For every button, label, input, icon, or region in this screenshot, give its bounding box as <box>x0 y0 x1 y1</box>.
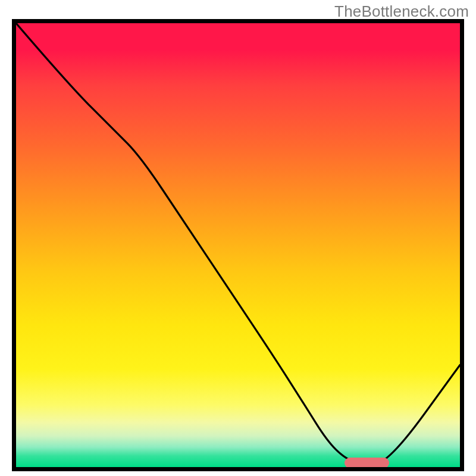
curve-svg <box>16 23 460 467</box>
optimal-marker <box>345 458 389 468</box>
chart-container: TheBottleneck.com <box>0 0 476 476</box>
plot-area <box>12 19 464 471</box>
watermark-text: TheBottleneck.com <box>334 2 469 21</box>
bottleneck-curve-path <box>16 23 460 464</box>
